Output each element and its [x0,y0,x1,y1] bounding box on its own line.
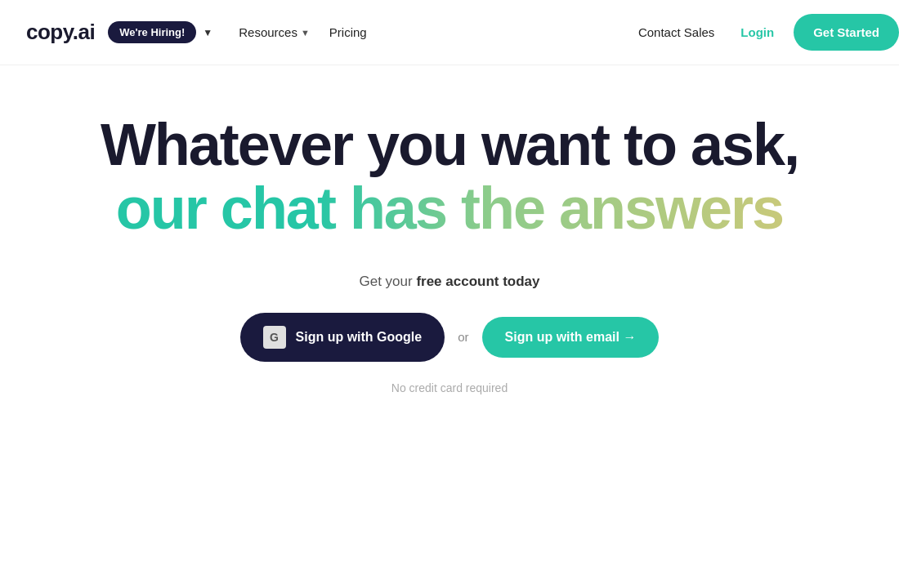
hiring-badge[interactable]: We're Hiring! [108,21,196,43]
hero-title-line1: Whatever you want to ask, [101,114,798,176]
or-separator: or [458,330,468,344]
resources-chevron-icon: ▼ [301,28,310,38]
hero-subtitle: Get your free account today [359,274,539,290]
signup-email-button[interactable]: Sign up with email → [482,317,660,358]
signup-google-button[interactable]: G Sign up with Google [240,313,445,362]
nav-resources[interactable]: Resources ▼ [232,22,316,42]
hero-section: Whatever you want to ask, our chat has t… [0,65,899,427]
google-icon: G [263,326,286,349]
cta-row: G Sign up with Google or Sign up with em… [240,313,660,362]
nav-contact-sales[interactable]: Contact Sales [632,22,721,42]
navbar: copy.ai We're Hiring! ▼ Resources ▼ Pric… [0,0,899,65]
get-started-button[interactable]: Get Started [794,14,899,51]
hiring-chevron-icon[interactable]: ▼ [203,27,212,38]
no-credit-card-text: No credit card required [391,381,508,394]
hero-title-line2: our chat has the answers [116,176,783,241]
nav-pricing[interactable]: Pricing [323,22,373,42]
logo[interactable]: copy.ai [26,20,95,45]
nav-login[interactable]: Login [727,22,787,42]
